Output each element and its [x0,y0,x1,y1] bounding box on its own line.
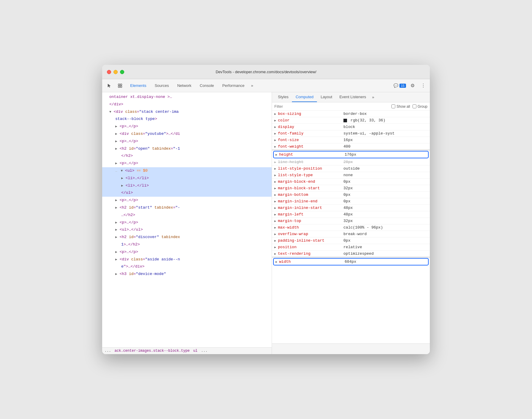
expand-arrow[interactable] [115,235,117,239]
prop-box-sizing[interactable]: ▶ box-sizing border-box [272,111,430,117]
expand-arrow[interactable] [115,125,117,128]
tab-event-listeners[interactable]: Event Listeners [336,92,370,102]
prop-name: margin-block-end [278,179,343,184]
dom-line[interactable]: <h2 id="start" tabindex="- [102,204,272,212]
prop-margin-block-end[interactable]: ▶ margin-block-end 0px [272,179,430,185]
dom-line[interactable]: <p>…</p> [102,248,272,256]
dom-tree[interactable]: ontainer xt.display-none >… </div> <div … [102,92,272,347]
expand-arrow[interactable] [115,206,117,210]
tab-styles[interactable]: Styles [274,92,292,102]
prop-text-rendering[interactable]: ▶ text-rendering optimizespeed [272,251,430,257]
expand-arrow[interactable] [115,147,117,151]
dom-line[interactable]: stack--block type> [102,115,272,123]
prop-margin-inline-end[interactable]: ▶ margin-inline-end 0px [272,198,430,205]
dom-line[interactable]: <ul>…</ul> [102,226,272,234]
dom-line[interactable]: ontainer xt.display-none >… [102,93,272,101]
tab-performance[interactable]: Performance [218,82,248,90]
expand-arrow[interactable] [115,250,117,254]
cursor-icon[interactable] [105,81,114,90]
inspect-icon[interactable] [115,81,125,90]
prop-margin-left[interactable]: ▶ margin-left 48px [272,211,430,218]
expand-arrow[interactable] [115,198,117,202]
dom-line[interactable]: <h3 id="device-mode" [102,271,272,278]
dom-line[interactable]: <h2 id="open" tabindex="-1 [102,145,272,153]
prop-position[interactable]: ▶ position relative [272,244,430,251]
breadcrumb-class[interactable]: ack.center-images.stack--block.type [115,349,190,353]
dom-line[interactable]: <p>…</p> [102,197,272,204]
prop-list-style-type[interactable]: ▶ list-style-type none [272,172,430,179]
tab-elements[interactable]: Elements [126,82,150,90]
tab-sources[interactable]: Sources [150,82,173,90]
main-content: ontainer xt.display-none >… </div> <div … [102,92,430,354]
expand-arrow[interactable] [109,110,111,114]
more-options-icon[interactable]: ⋮ [419,82,427,90]
prop-list-style-position[interactable]: ▶ list-style-position outside [272,165,430,172]
show-all-checkbox[interactable] [391,104,395,108]
prop-font-weight[interactable]: ▶ font-weight 400 [272,143,430,150]
prop-display[interactable]: ▶ display block [272,124,430,130]
dom-line-selected[interactable]: … <ul> == $0 [102,167,272,175]
traffic-lights [107,70,124,74]
prop-padding-inline-start[interactable]: ▶ padding-inline-start 0px [272,237,430,244]
dom-line[interactable]: </div> [102,101,272,108]
dom-line[interactable]: <p>…</p> [102,160,272,167]
fullscreen-button[interactable] [120,70,124,74]
dom-line[interactable]: <h2 id="discover" tabindex [102,234,272,241]
breadcrumb-tag[interactable]: ul [193,349,197,353]
dom-line[interactable]: …</h2> [102,212,272,219]
prop-line-height[interactable]: ▶ line-height 28px [272,159,430,165]
dom-line[interactable]: <p>…</p> [102,138,272,145]
prop-margin-inline-start[interactable]: ▶ margin-inline-start 48px [272,205,430,211]
tab-console[interactable]: Console [196,82,218,90]
prop-height[interactable]: ▶ height 176px [273,151,429,158]
prop-value: 0px [343,179,427,184]
prop-value: break-word [343,232,427,236]
minimize-button[interactable] [113,70,118,74]
expand-arrow[interactable] [121,184,123,187]
more-tabs-button[interactable]: » [249,82,256,89]
prop-max-width[interactable]: ▶ max-width calc(100% - 96px) [272,224,430,231]
dom-line[interactable]: <p>…</p> [102,123,272,130]
close-button[interactable] [107,70,111,74]
dom-line[interactable]: <div class="youtube">…</di [102,130,272,138]
group-checkbox[interactable] [413,104,416,108]
dom-line[interactable]: <p>…</p> [102,219,272,226]
dom-line[interactable]: <div class="stack center-ima [102,108,272,116]
dom-line[interactable]: </ul> [102,189,272,197]
settings-icon[interactable]: ⚙ [408,82,417,90]
prop-margin-top[interactable]: ▶ margin-top 32px [272,218,430,224]
prop-width[interactable]: ▶ width 604px [273,258,429,265]
dom-line[interactable]: e">…</div> [102,263,272,271]
prop-value: border-box [343,112,427,116]
tab-computed[interactable]: Computed [292,92,317,102]
prop-margin-block-start[interactable]: ▶ margin-block-start 32px [272,185,430,192]
dom-line[interactable]: <div class="aside aside--n [102,256,272,263]
prop-name: font-size [278,138,343,142]
prop-font-size[interactable]: ▶ font-size 16px [272,137,430,143]
tab-layout[interactable]: Layout [317,92,336,102]
filter-input[interactable] [274,104,389,109]
tab-network[interactable]: Network [173,82,196,90]
expand-arrow[interactable] [115,272,117,276]
expand-arrow[interactable] [115,132,117,136]
prop-margin-bottom[interactable]: ▶ margin-bottom 0px [272,192,430,198]
dom-line[interactable]: <li>…</li> [102,182,272,190]
prop-overflow-wrap[interactable]: ▶ overflow-wrap break-word [272,231,430,237]
expand-arrow[interactable] [115,140,117,143]
expand-arrow[interactable] [115,221,117,224]
expand-arrow[interactable] [115,162,117,165]
dom-line[interactable]: 1>…</h2> [102,241,272,248]
prop-color[interactable]: ▶ color rgb(32, 33, 36) [272,117,430,124]
expand-icon: ▶ [274,173,276,177]
expand-arrow[interactable] [115,228,117,232]
badge-count: 15 [399,84,406,88]
panel-tab-bar: Styles Computed Layout Event Listeners » [272,92,430,102]
notifications-badge[interactable]: 💬 15 [393,83,406,88]
expand-arrow[interactable] [115,258,117,261]
expand-arrow[interactable] [121,176,123,180]
dom-line[interactable]: </h2> [102,152,272,160]
more-panel-tabs[interactable]: » [371,93,375,102]
dom-line[interactable]: <li>…</li> [102,175,272,182]
expand-arrow[interactable] [121,169,123,173]
prop-font-family[interactable]: ▶ font-family system-ui, -apple-syst [272,130,430,137]
